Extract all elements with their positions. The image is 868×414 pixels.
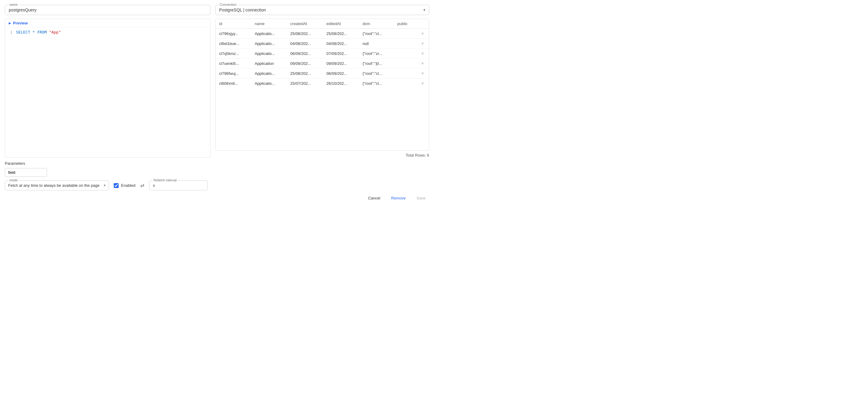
cell-dom: {"root":"cl... bbox=[359, 68, 394, 78]
cell-public bbox=[394, 39, 416, 49]
table-row: cl7uenki5...Application09/09/202...09/09… bbox=[216, 59, 429, 68]
cell-name: Applicatio... bbox=[251, 49, 287, 59]
cell-createdAt: 25/07/202... bbox=[287, 78, 323, 88]
cell-name: Applicatio... bbox=[251, 29, 287, 39]
col-header-actions bbox=[416, 19, 429, 29]
cell-dom: {"root":"zr... bbox=[359, 49, 394, 59]
connection-label: Connection bbox=[218, 3, 238, 6]
right-column: Connection ▾ id name createdAt editedAt … bbox=[215, 5, 429, 158]
col-header-dom: dom bbox=[359, 19, 394, 29]
table-row: cl60ihm6...Applicatio...25/07/202...26/1… bbox=[216, 78, 429, 88]
query-area: ▶ Preview 1 SELECT * FROM "App" bbox=[5, 19, 210, 158]
enabled-checkbox[interactable] bbox=[114, 183, 119, 188]
cell-editedAt: 26/10/202... bbox=[323, 78, 359, 88]
name-input[interactable] bbox=[9, 7, 207, 12]
cell-editedAt: 06/09/202... bbox=[323, 68, 359, 78]
bottom-section: Parameters mode Fetch at any time to alw… bbox=[5, 158, 429, 190]
cell-dom: {"root":"cl... bbox=[359, 29, 394, 39]
enabled-group: Enabled bbox=[114, 183, 135, 188]
table-row: cl7q5kmz...Applicatio...06/09/202...07/0… bbox=[216, 49, 429, 59]
cell-public bbox=[394, 59, 416, 68]
results-table: id name createdAt editedAt dom public cl… bbox=[216, 19, 429, 88]
sql-from: FROM bbox=[37, 30, 46, 34]
cell-public bbox=[394, 68, 416, 78]
refetch-input[interactable] bbox=[153, 183, 204, 188]
mode-row: mode Fetch at any time to always be avai… bbox=[5, 181, 429, 190]
refetch-label: Refetch interval bbox=[152, 178, 178, 182]
cell-name: Applicatio... bbox=[251, 78, 287, 88]
sql-select: SELECT bbox=[16, 30, 30, 34]
cell-name: Application bbox=[251, 59, 287, 68]
code-area: 1 SELECT * FROM "App" bbox=[5, 28, 210, 37]
cell-id: cl7q5kmz... bbox=[216, 49, 251, 59]
cell-public bbox=[394, 78, 416, 88]
connection-field-group: Connection ▾ bbox=[215, 5, 429, 15]
delete-row-button[interactable]: × bbox=[416, 59, 429, 68]
connection-dropdown-arrow-icon[interactable]: ▾ bbox=[424, 8, 425, 12]
cell-createdAt: 04/08/202... bbox=[287, 39, 323, 49]
table-row: cl796fwuj...Applicatio...25/08/202...06/… bbox=[216, 68, 429, 78]
col-header-id: id bbox=[216, 19, 251, 29]
line-number: 1 bbox=[5, 30, 16, 34]
col-header-editedat: editedAt bbox=[323, 19, 359, 29]
cell-createdAt: 06/09/202... bbox=[287, 49, 323, 59]
col-header-public: public bbox=[394, 19, 416, 29]
delete-row-button[interactable]: × bbox=[416, 39, 429, 49]
cell-id: cl796sjyy... bbox=[216, 29, 251, 39]
parameters-label: Parameters bbox=[5, 161, 429, 166]
cell-createdAt: 09/09/202... bbox=[287, 59, 323, 68]
cell-editedAt: 04/08/202... bbox=[323, 39, 359, 49]
cell-name: Applicatio... bbox=[251, 39, 287, 49]
cell-public bbox=[394, 49, 416, 59]
mode-select[interactable]: Fetch at any time to always be available… bbox=[8, 183, 105, 188]
preview-label: Preview bbox=[13, 21, 28, 25]
name-field-group: name bbox=[5, 5, 210, 15]
parameters-field-input[interactable] bbox=[5, 168, 47, 177]
cell-createdAt: 25/08/202... bbox=[287, 29, 323, 39]
name-label: name bbox=[8, 3, 19, 6]
cell-editedAt: 25/08/202... bbox=[323, 29, 359, 39]
delete-row-button[interactable]: × bbox=[416, 49, 429, 59]
col-header-createdat: createdAt bbox=[287, 19, 323, 29]
cell-id: cl796fwuj... bbox=[216, 68, 251, 78]
results-table-container: id name createdAt editedAt dom public cl… bbox=[215, 19, 429, 151]
cell-id: cl60ihm6... bbox=[216, 78, 251, 88]
save-button[interactable]: Save bbox=[413, 194, 429, 202]
table-row: cl796sjyy...Applicatio...25/08/202...25/… bbox=[216, 29, 429, 39]
preview-arrow-icon: ▶ bbox=[9, 22, 11, 25]
cell-editedAt: 09/09/202... bbox=[323, 59, 359, 68]
sql-table: "App" bbox=[49, 30, 61, 34]
connection-input[interactable] bbox=[219, 7, 421, 12]
cell-dom: {"root":"cl... bbox=[359, 78, 394, 88]
cancel-button[interactable]: Cancel bbox=[364, 194, 383, 202]
mode-group: mode Fetch at any time to always be avai… bbox=[5, 181, 109, 190]
sql-star: * bbox=[33, 30, 35, 34]
cell-createdAt: 25/08/202... bbox=[287, 68, 323, 78]
cell-id: cl6et1bue... bbox=[216, 39, 251, 49]
cell-id: cl7uenki5... bbox=[216, 59, 251, 68]
col-header-name: name bbox=[251, 19, 287, 29]
delete-row-button[interactable]: × bbox=[416, 78, 429, 88]
enabled-label: Enabled bbox=[121, 183, 135, 188]
link-icon[interactable]: ⇄ bbox=[140, 183, 144, 188]
total-rows: Total Rows: 6 bbox=[215, 151, 429, 158]
remove-button[interactable]: Remove bbox=[388, 194, 409, 202]
cell-dom: {"root":"j0... bbox=[359, 59, 394, 68]
cell-dom: null bbox=[359, 39, 394, 49]
code-line[interactable]: SELECT * FROM "App" bbox=[16, 30, 61, 34]
cell-public bbox=[394, 29, 416, 39]
cell-editedAt: 07/09/202... bbox=[323, 49, 359, 59]
refetch-group: Refetch interval bbox=[149, 181, 208, 190]
cell-name: Applicatio... bbox=[251, 68, 287, 78]
mode-label: mode bbox=[8, 178, 19, 182]
table-row: cl6et1bue...Applicatio...04/08/202...04/… bbox=[216, 39, 429, 49]
delete-row-button[interactable]: × bbox=[416, 29, 429, 39]
delete-row-button[interactable]: × bbox=[416, 68, 429, 78]
footer: Cancel Remove Save bbox=[5, 190, 429, 202]
preview-bar[interactable]: ▶ Preview bbox=[5, 19, 210, 28]
